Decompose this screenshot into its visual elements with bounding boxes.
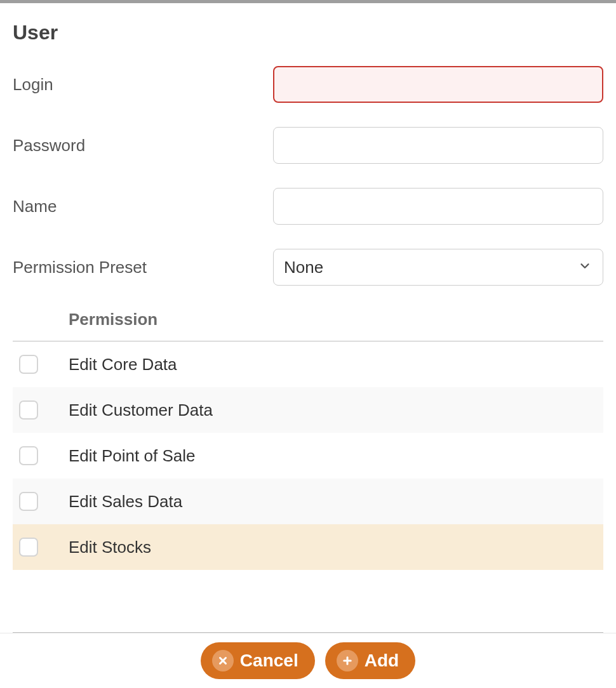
permissions-header-check-col [13,310,69,329]
permissions-header-label: Permission [69,310,157,329]
permission-row: Edit Sales Data [13,479,603,524]
password-label: Password [13,136,273,155]
cancel-button-label: Cancel [240,651,298,671]
cancel-button[interactable]: Cancel [201,642,315,679]
login-field-wrap [273,66,603,103]
password-row: Password [13,127,603,164]
permission-row: Edit Stocks [13,524,603,570]
dialog-footer: Cancel Add [0,633,616,688]
close-icon [212,650,234,671]
permission-label: Edit Sales Data [69,492,182,512]
permission-check-col [13,538,69,557]
permission-check-col [13,492,69,511]
name-row: Name [13,188,603,225]
login-row: Login [13,66,603,103]
permissions-header-row: Permission [13,310,603,341]
add-button[interactable]: Add [325,642,415,679]
permission-label: Edit Point of Sale [69,446,195,466]
permissions-list: Edit Core DataEdit Customer DataEdit Poi… [13,341,603,570]
password-field-wrap [273,127,603,164]
permission-check-col [13,400,69,420]
dialog-content: User Login Password Name Permission Pres… [0,3,616,633]
permission-checkbox[interactable] [19,492,38,511]
permission-preset-select[interactable]: None [273,249,603,286]
name-field-wrap [273,188,603,225]
permission-checkbox[interactable] [19,400,38,420]
permission-preset-label: Permission Preset [13,258,273,277]
login-input[interactable] [273,66,603,103]
permission-row: Edit Customer Data [13,387,603,433]
page-title: User [13,21,603,44]
user-dialog: User Login Password Name Permission Pres… [0,0,616,688]
permission-preset-wrap: None [273,249,603,286]
permission-label: Edit Stocks [69,538,151,557]
add-button-label: Add [365,651,399,671]
permission-check-col [13,446,69,465]
permission-checkbox[interactable] [19,446,38,465]
permission-check-col [13,355,69,374]
permissions-scroll[interactable]: Edit Core DataEdit Customer DataEdit Poi… [13,341,603,628]
permission-row: Edit Point of Sale [13,433,603,479]
name-label: Name [13,197,273,216]
permissions-section: Permission Edit Core DataEdit Customer D… [13,310,603,633]
permission-checkbox[interactable] [19,355,38,374]
name-input[interactable] [273,188,603,225]
permission-label: Edit Customer Data [69,400,213,420]
permission-row: Edit Core Data [13,341,603,387]
password-input[interactable] [273,127,603,164]
permission-checkbox[interactable] [19,538,38,557]
login-label: Login [13,75,273,95]
plus-icon [337,650,358,671]
permission-label: Edit Core Data [69,355,177,374]
permission-preset-row: Permission Preset None [13,249,603,286]
